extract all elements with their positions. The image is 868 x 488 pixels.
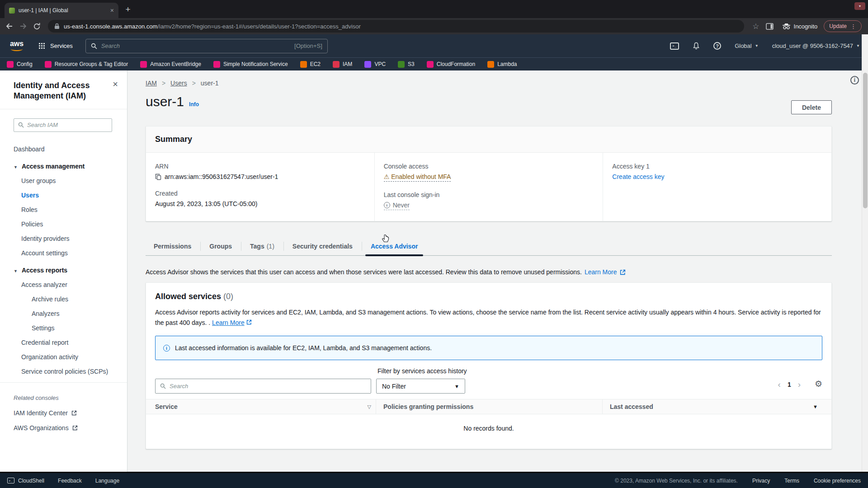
console-search[interactable]: Search [Option+S]: [85, 39, 328, 53]
tab-tags[interactable]: Tags(1): [241, 237, 283, 255]
footer-feedback[interactable]: Feedback: [58, 478, 82, 484]
sort-icon[interactable]: ▽: [368, 404, 371, 410]
sidebar-item-users[interactable]: Users: [14, 192, 119, 199]
sidebar-item-aws-organizations[interactable]: AWS Organizations: [14, 424, 119, 432]
sidenav-close-icon[interactable]: ×: [113, 80, 118, 89]
footer-privacy[interactable]: Privacy: [752, 478, 770, 484]
create-access-key-link[interactable]: Create access key: [612, 173, 664, 180]
learn-more-link[interactable]: Learn More: [585, 268, 617, 276]
footer-language[interactable]: Language: [95, 478, 119, 484]
browser-tab[interactable]: user-1 | IAM | Global ×: [5, 3, 118, 18]
sidebar-item-archive-rules[interactable]: Archive rules: [14, 296, 119, 303]
sidebar-item-policies[interactable]: Policies: [14, 221, 119, 228]
bookmark-star-icon[interactable]: ☆: [750, 22, 762, 31]
favorite-vpc[interactable]: VPC: [364, 61, 386, 68]
sidebar-item-credential-report[interactable]: Credential report: [14, 339, 119, 346]
region-selector[interactable]: Global ▼: [735, 42, 759, 49]
page-scrollbar[interactable]: [862, 34, 868, 472]
footer-terms[interactable]: Terms: [784, 478, 799, 484]
update-button[interactable]: Update ⋮: [824, 20, 862, 32]
tab-close-icon[interactable]: ×: [110, 7, 114, 14]
notifications-bell-icon[interactable]: [693, 42, 700, 50]
external-link-icon: [71, 410, 77, 416]
sidebar-item-roles[interactable]: Roles: [14, 206, 119, 213]
aws-logo[interactable]: aws: [8, 41, 25, 51]
breadcrumb-users[interactable]: Users: [170, 80, 187, 87]
last-signin-value[interactable]: iNever: [384, 202, 410, 210]
sidebar-item-user-groups[interactable]: User groups: [14, 177, 119, 184]
lambda-service-icon: [487, 61, 494, 68]
favorite-sns[interactable]: Simple Notification Service: [213, 61, 288, 68]
filter-caret-icon[interactable]: ▼: [813, 404, 818, 409]
sidebar-item-analyzers[interactable]: Analyzers: [14, 310, 119, 317]
help-icon[interactable]: ?: [713, 42, 721, 50]
sidebar-item-settings[interactable]: Settings: [14, 324, 119, 332]
footer-cookie-preferences[interactable]: Cookie preferences: [814, 478, 861, 484]
search-icon: [18, 122, 24, 128]
services-menu[interactable]: Services: [39, 42, 73, 49]
copy-icon[interactable]: [155, 174, 161, 180]
previous-page-icon[interactable]: ‹: [778, 380, 781, 389]
info-link[interactable]: Info: [189, 101, 199, 108]
sidebar-item-access-analyzer[interactable]: Access analyzer: [14, 281, 119, 288]
favorite-s3[interactable]: S3: [398, 61, 415, 68]
filter-dropdown[interactable]: No Filter ▼: [376, 379, 465, 394]
learn-more-link[interactable]: Learn More: [212, 319, 245, 326]
new-tab-button[interactable]: +: [121, 3, 135, 16]
created-value: August 29, 2023, 13:05 (UTC-05:00): [155, 200, 257, 207]
favorite-cloudformation[interactable]: CloudFormation: [427, 61, 475, 68]
next-page-icon[interactable]: ›: [798, 380, 801, 389]
page-body: i Identity and Access Management (IAM) ×…: [0, 70, 868, 472]
browser-profile-chip[interactable]: ▼: [854, 2, 865, 10]
pagination: ‹ 1 ›: [778, 380, 801, 389]
favorite-config[interactable]: Config: [7, 61, 33, 68]
arn-value: arn:aws:iam::950631627547:user/user-1: [165, 173, 278, 180]
forward-icon[interactable]: [17, 20, 29, 32]
favorite-iam[interactable]: IAM: [333, 61, 352, 68]
breadcrumb-iam[interactable]: IAM: [146, 80, 157, 87]
sidebar-item-dashboard[interactable]: Dashboard: [14, 145, 119, 153]
delete-button[interactable]: Delete: [791, 100, 832, 114]
resource-groups-service-icon: [45, 61, 52, 68]
scrollbar-thumb[interactable]: [863, 73, 868, 208]
favorite-resource-groups[interactable]: Resource Groups & Tag Editor: [45, 61, 128, 68]
table-settings-gear-icon[interactable]: ⚙: [815, 379, 822, 389]
favorite-eventbridge[interactable]: Amazon EventBridge: [140, 61, 201, 68]
column-policies[interactable]: Policies granting permissions: [376, 399, 602, 414]
column-service[interactable]: Service ▽: [155, 399, 376, 414]
footer-cloudshell[interactable]: >_ CloudShell: [7, 478, 44, 484]
chevron-down-icon: ▼: [856, 44, 860, 48]
sidebar-item-scps[interactable]: Service control policies (SCPs): [14, 368, 119, 375]
url-bar[interactable]: us-east-1.console.aws.amazon.com/iamv2/h…: [48, 20, 744, 33]
column-last-accessed[interactable]: Last accessed ▼: [602, 399, 822, 414]
browser-menu-icon[interactable]: ⋮: [850, 23, 856, 30]
sidebar-item-account-settings[interactable]: Account settings: [14, 249, 119, 257]
services-search-input[interactable]: Search: [155, 379, 371, 394]
favorite-lambda[interactable]: Lambda: [487, 61, 517, 68]
page-title: user-1: [146, 94, 184, 109]
aws-header: aws Services Search [Option+S] >_ ? Glob…: [0, 34, 868, 57]
tab-access-advisor[interactable]: Access Advisor: [362, 237, 427, 255]
sidebar-section-access-reports[interactable]: ▼Access reports: [14, 267, 119, 274]
tab-security-credentials[interactable]: Security credentials: [283, 237, 362, 255]
favorite-ec2[interactable]: EC2: [300, 61, 321, 68]
sidenav-search-input[interactable]: Search IAM: [14, 118, 112, 132]
sidebar-section-access-management[interactable]: ▼Access management: [14, 163, 119, 170]
sidebar-item-iam-identity-center[interactable]: IAM Identity Center: [14, 409, 119, 417]
page-number[interactable]: 1: [788, 381, 791, 388]
reload-icon[interactable]: [31, 20, 42, 32]
info-panel-icon[interactable]: i: [850, 76, 859, 84]
search-icon: [160, 383, 166, 389]
side-panel-icon[interactable]: [764, 20, 776, 32]
sidebar-item-organization-activity[interactable]: Organization activity: [14, 353, 119, 361]
sidebar-item-identity-providers[interactable]: Identity providers: [14, 235, 119, 242]
tab-groups[interactable]: Groups: [200, 237, 241, 255]
info-circle-icon: i: [163, 345, 170, 352]
services-grid-icon: [39, 43, 40, 44]
tab-permissions[interactable]: Permissions: [146, 237, 200, 255]
back-icon[interactable]: [4, 20, 15, 32]
cloudshell-icon: >_: [7, 478, 14, 483]
console-access-value[interactable]: ⚠ Enabled without MFA: [384, 173, 451, 182]
account-menu[interactable]: cloud_user @ 9506-3162-7547 ▼: [772, 42, 860, 49]
cloudshell-icon[interactable]: >_: [670, 42, 679, 50]
